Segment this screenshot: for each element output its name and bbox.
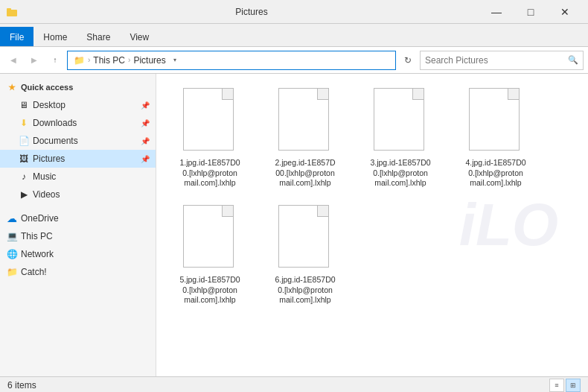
content-area: iLO 1.jpg.id-1E857D00.[lxhlp@protonmail.… [156,74,588,376]
file-page-6 [278,205,329,268]
sidebar-label-desktop: Desktop [33,100,138,110]
main-layout: ★ Quick access 🖥 Desktop 📌 ⬇ Downloads 📌… [0,74,588,376]
onedrive-icon: ☁ [6,212,18,224]
thispc-icon: 💻 [6,230,18,242]
back-button[interactable]: ◀ [4,51,22,69]
pictures-icon: 🖼 [18,153,30,165]
file-item-3[interactable]: 3.jpg.id-1E857D00.[lxhlp@protonmail.com]… [356,83,445,194]
pin-icon-pictures: 📌 [141,155,150,163]
sidebar: ★ Quick access 🖥 Desktop 📌 ⬇ Downloads 📌… [0,74,156,376]
sidebar-label-pictures: Pictures [33,154,138,164]
file-icon-6 [278,205,332,272]
sidebar-item-quick-access[interactable]: ★ Quick access [0,78,156,96]
sidebar-item-pictures[interactable]: 🖼 Pictures 📌 [0,150,156,168]
file-grid: 1.jpg.id-1E857D00.[lxhlp@protonmail.com]… [162,80,582,314]
tab-file[interactable]: File [0,27,33,46]
file-item-2[interactable]: 2.jpeg.id-1E857D00.[lxhlp@protonmail.com… [261,83,350,194]
tab-share[interactable]: Share [77,27,120,46]
title-bar-icons [6,6,18,18]
minimize-button[interactable]: — [479,0,514,24]
sidebar-item-videos[interactable]: ▶ Videos [0,186,156,203]
file-icon-4 [469,88,523,155]
search-box[interactable]: 🔍 [420,51,584,70]
title-bar: Pictures — □ ✕ [0,0,588,24]
file-page-1 [183,88,234,151]
file-item-6[interactable]: 6.jpg.id-1E857D00.[lxhlp@protonmail.com]… [261,200,350,311]
window-title: Pictures [24,7,479,17]
file-name-6: 6.jpg.id-1E857D00.[lxhlp@protonmail.com]… [275,275,335,306]
ribbon-tabs: File Home Share View [0,24,588,46]
search-input[interactable] [425,55,565,66]
file-name-1: 1.jpg.id-1E857D00.[lxhlp@protonmail.com]… [179,158,240,189]
up-button[interactable]: ↑ [46,51,64,69]
pin-icon-documents: 📌 [141,137,150,145]
network-icon: 🌐 [6,248,18,260]
tab-home[interactable]: Home [33,27,77,46]
status-bar: 6 items ≡ ⊞ [0,376,588,392]
refresh-button[interactable]: ↻ [399,51,417,69]
catch-icon: 📁 [6,266,18,278]
svg-rect-0 [7,10,17,16]
sidebar-section-quickaccess: ★ Quick access 🖥 Desktop 📌 ⬇ Downloads 📌… [0,78,156,203]
file-item-1[interactable]: 1.jpg.id-1E857D00.[lxhlp@protonmail.com]… [165,83,255,194]
sidebar-item-music[interactable]: ♪ Music [0,168,156,186]
videos-icon: ▶ [18,189,30,200]
window-controls: — □ ✕ [479,0,582,24]
path-thispc[interactable]: This PC [93,55,125,66]
pin-icon-downloads: 📌 [141,119,150,127]
address-bar: ◀ ▶ ↑ 📁 › This PC › Pictures ▾ ↻ 🔍 [0,47,588,74]
tab-view[interactable]: View [120,27,159,46]
file-name-3: 3.jpg.id-1E857D00.[lxhlp@protonmail.com]… [370,158,430,189]
file-page-4 [469,88,520,151]
file-page-3 [374,88,424,151]
sidebar-label-videos: Videos [33,189,150,200]
sidebar-item-thispc[interactable]: 💻 This PC [0,227,156,245]
path-dropdown-icon[interactable]: ▾ [169,54,181,66]
maximize-button[interactable]: □ [514,0,548,24]
path-folder-icon: 📁 [74,55,85,66]
forward-button[interactable]: ▶ [25,51,43,69]
details-view-button[interactable]: ≡ [549,379,564,392]
sidebar-item-desktop[interactable]: 🖥 Desktop 📌 [0,96,156,114]
ribbon: File Home Share View [0,24,588,47]
search-icon[interactable]: 🔍 [568,55,578,65]
file-item-5[interactable]: 5.jpg.id-1E857D00.[lxhlp@protonmail.com]… [165,200,255,311]
svg-rect-1 [7,8,11,10]
sidebar-label-music: Music [33,171,150,182]
icons-view-button[interactable]: ⊞ [566,379,581,392]
star-icon: ★ [6,81,18,93]
address-path[interactable]: 📁 › This PC › Pictures ▾ [67,51,396,70]
music-icon: ♪ [18,171,30,183]
sidebar-section-locations: ☁ OneDrive 💻 This PC 🌐 Network 📁 Catch! [0,209,156,281]
sidebar-label-quick-access: Quick access [21,83,150,92]
sidebar-label-onedrive: OneDrive [21,213,150,224]
desktop-icon: 🖥 [18,99,30,111]
file-page-5 [183,205,234,268]
close-button[interactable]: ✕ [548,0,582,24]
folder-icon [6,6,18,18]
downloads-icon: ⬇ [18,117,30,129]
sidebar-label-network: Network [21,249,150,259]
sidebar-item-downloads[interactable]: ⬇ Downloads 📌 [0,114,156,132]
sidebar-label-downloads: Downloads [33,118,138,128]
sidebar-label-catch: Catch! [21,267,150,277]
file-icon-2 [278,88,332,155]
sidebar-item-documents[interactable]: 📄 Documents 📌 [0,132,156,150]
path-pictures[interactable]: Pictures [133,55,165,66]
sidebar-label-documents: Documents [33,136,138,146]
sidebar-item-onedrive[interactable]: ☁ OneDrive [0,209,156,227]
file-icon-1 [183,88,237,155]
item-count: 6 items [7,380,36,391]
sidebar-item-catch[interactable]: 📁 Catch! [0,263,156,281]
file-name-5: 5.jpg.id-1E857D00.[lxhlp@protonmail.com]… [179,275,240,306]
file-name-4: 4.jpg.id-1E857D00.[lxhlp@protonmail.com]… [465,158,525,189]
view-toggle: ≡ ⊞ [549,379,581,392]
file-name-2: 2.jpeg.id-1E857D00.[lxhlp@protonmail.com… [275,158,335,189]
sidebar-label-thispc: This PC [21,231,150,241]
file-page-2 [278,88,329,151]
pin-icon-desktop: 📌 [141,101,150,110]
file-icon-5 [183,205,237,272]
sidebar-item-network[interactable]: 🌐 Network [0,245,156,263]
file-item-4[interactable]: 4.jpg.id-1E857D00.[lxhlp@protonmail.com]… [451,83,540,194]
file-icon-3 [374,88,427,155]
